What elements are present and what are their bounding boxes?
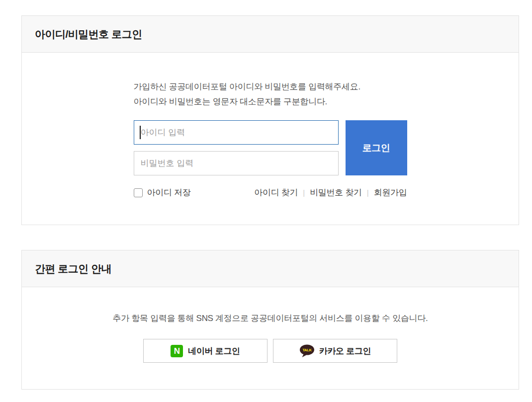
find-password-link[interactable]: 비밀번호 찾기 (310, 187, 362, 198)
kakao-talk-icon-text: TALK (302, 347, 312, 352)
link-separator: | (298, 188, 310, 197)
kakao-login-button[interactable]: TALK 카카오 로그인 (273, 339, 397, 363)
simple-login-panel: 간편 로그인 안내 추가 항목 입력을 통해 SNS 계정으로 공공데이터포털의… (21, 250, 519, 390)
save-id-label: 아이디 저장 (147, 187, 191, 198)
login-panel-header: 아이디/비밀번호 로그인 (22, 16, 519, 53)
sns-panel-header: 간편 로그인 안내 (22, 250, 519, 287)
naver-icon: N (171, 345, 183, 357)
login-panel-body: 가입하신 공공데이터포털 아이디와 비밀번호를 입력해주세요. 아이디와 비밀번… (22, 80, 519, 198)
text-caret (140, 126, 141, 139)
naver-login-label: 네이버 로그인 (188, 345, 240, 357)
sns-description: 추가 항목 입력을 통해 SNS 계정으로 공공데이터포털의 서비스를 이용할 … (22, 313, 519, 324)
password-input[interactable] (134, 151, 339, 175)
sns-panel-title: 간편 로그인 안내 (35, 262, 111, 276)
id-password-login-panel: 아이디/비밀번호 로그인 가입하신 공공데이터포털 아이디와 비밀번호를 입력해… (21, 15, 519, 225)
link-separator: | (362, 188, 374, 197)
save-id-option[interactable]: 아이디 저장 (134, 187, 191, 198)
find-id-link[interactable]: 아이디 찾기 (254, 187, 298, 198)
login-button[interactable]: 로그인 (346, 120, 407, 175)
sns-panel-body: 추가 항목 입력을 통해 SNS 계정으로 공공데이터포털의 서비스를 이용할 … (22, 313, 519, 363)
login-description-line-1: 가입하신 공공데이터포털 아이디와 비밀번호를 입력해주세요. (134, 80, 407, 94)
account-links: 아이디 찾기 | 비밀번호 찾기 | 회원가입 (254, 187, 407, 198)
naver-login-button[interactable]: N 네이버 로그인 (143, 339, 267, 363)
kakao-login-label: 카카오 로그인 (319, 345, 371, 357)
login-description-line-2: 아이디와 비밀번호는 영문자 대소문자를 구분합니다. (134, 94, 407, 109)
kakao-talk-icon: TALK (299, 344, 315, 358)
save-id-checkbox[interactable] (134, 188, 143, 197)
login-panel-title: 아이디/비밀번호 로그인 (35, 27, 142, 41)
sign-up-link[interactable]: 회원가입 (374, 187, 407, 198)
id-input[interactable] (134, 120, 339, 145)
